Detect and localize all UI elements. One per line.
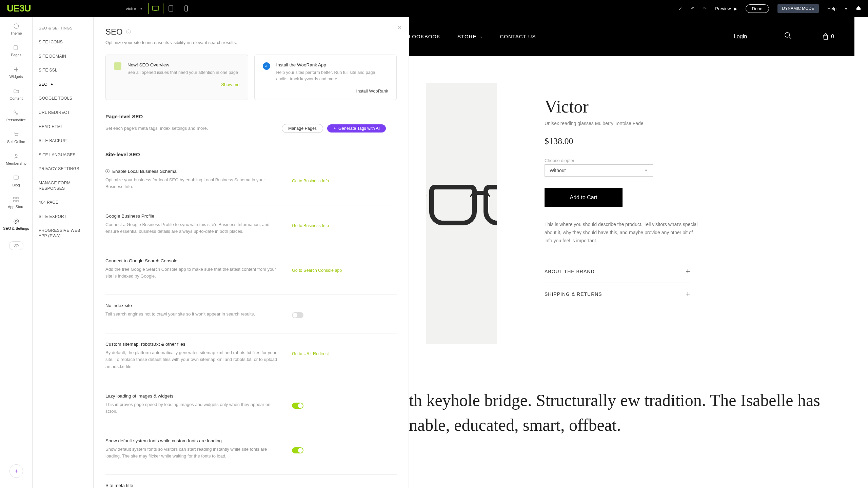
nav-head-html[interactable]: HEAD HTML	[33, 120, 93, 134]
page-selector[interactable]: victor ▼	[126, 6, 148, 11]
noindex-toggle[interactable]	[292, 312, 303, 318]
go-business-info-link[interactable]: Go to Business Info	[292, 179, 329, 183]
apps-icon	[13, 197, 19, 203]
rail-label: Pages	[11, 53, 21, 57]
nav-label: SEO	[39, 82, 47, 87]
lazy-toggle[interactable]	[292, 403, 303, 409]
sparkle-icon: ✦	[333, 126, 336, 130]
generate-tags-ai-button[interactable]: ✦Generate Tags with AI	[327, 124, 386, 133]
rail-sell-online[interactable]: Sell Online	[7, 131, 25, 144]
ai-fab-button[interactable]: ✦	[9, 464, 23, 478]
nav-site-domain[interactable]: SITE DOMAIN	[33, 49, 93, 64]
sparkle-icon: ✦	[14, 468, 19, 474]
chevron-down-icon: ▼	[140, 7, 143, 11]
cart-button[interactable]: 0	[822, 33, 834, 40]
svg-rect-5	[14, 45, 17, 50]
info-icon[interactable]: ?	[126, 29, 131, 34]
redo-icon[interactable]: ↷	[703, 6, 707, 11]
nav-privacy[interactable]: PRIVACY SETTINGS	[33, 162, 93, 176]
eye-icon	[14, 244, 19, 247]
svg-rect-15	[14, 200, 15, 202]
play-icon: ▶	[734, 6, 737, 11]
svg-rect-3	[185, 6, 188, 11]
go-business-info-link-2[interactable]: Go to Business Info	[292, 223, 329, 228]
nav-seo[interactable]: SEO✦	[33, 78, 93, 92]
svg-point-11	[15, 154, 17, 156]
dynamic-mode-badge[interactable]: DYNAMIC MODE	[777, 4, 819, 13]
rail-pages[interactable]: Pages	[11, 45, 21, 57]
rail-content[interactable]: Content	[9, 88, 23, 100]
show-me-link[interactable]: Show me	[221, 82, 239, 87]
fonts-title: Show default system fonts while custom f…	[105, 438, 397, 443]
nav-site-icons[interactable]: SITE ICONS	[33, 35, 93, 49]
check-icon[interactable]: ✓	[678, 6, 682, 11]
nav-google-tools[interactable]: GOOGLE TOOLS	[33, 92, 93, 106]
manage-pages-button[interactable]: Manage Pages	[282, 124, 323, 133]
device-desktop-button[interactable]	[148, 3, 163, 14]
go-url-redirect-link[interactable]: Go to URL Redirect	[292, 351, 329, 356]
done-button[interactable]: Done	[746, 4, 769, 13]
nav-404[interactable]: 404 PAGE	[33, 196, 93, 210]
nav-site-ssl[interactable]: SITE SSL	[33, 63, 93, 78]
install-woorank-link[interactable]: Install WooRank	[356, 88, 388, 94]
logo: UE3U	[7, 3, 31, 14]
sitemap-desc: By default, the platform automatically g…	[105, 349, 282, 370]
plus-icon: +	[686, 290, 690, 299]
acc-label: SHIPPING & RETURNS	[545, 291, 602, 297]
accordion-about-brand[interactable]: ABOUT THE BRAND+	[545, 260, 690, 283]
nav-store[interactable]: STORE⌄	[457, 34, 483, 39]
nav-form-responses[interactable]: MANAGE FORM RESPONSES	[33, 176, 93, 196]
add-to-cart-button[interactable]: Add to Cart	[545, 188, 623, 207]
nav-lookbook[interactable]: LOOKBOOK	[409, 34, 440, 39]
nav-url-redirect[interactable]: URL REDIRECT	[33, 106, 93, 120]
nav-pwa[interactable]: PROGRESSIVE WEB APP (PWA)	[33, 224, 93, 243]
gsc-title: Connect to Google Search Console	[105, 258, 397, 263]
noindex-desc: Tell search engines not to crawl your si…	[105, 311, 282, 318]
plus-icon	[13, 66, 19, 73]
nav-site-languages[interactable]: SITE LANGUAGES	[33, 148, 93, 162]
page-level-heading: Page-level SEO	[105, 114, 397, 119]
user-icon	[13, 153, 19, 159]
undo-icon[interactable]: ↶	[691, 6, 694, 11]
svg-point-8	[14, 111, 15, 112]
rail-label: Personalize	[6, 118, 26, 122]
svg-rect-0	[153, 6, 159, 10]
svg-point-17	[15, 220, 17, 222]
rail-theme[interactable]: Theme	[10, 23, 22, 35]
meta-title-title: Site meta title	[105, 483, 397, 488]
help-link[interactable]: Help	[827, 6, 836, 11]
rail-widgets[interactable]: Widgets	[9, 66, 23, 79]
product-image	[426, 83, 497, 344]
rail-membership[interactable]: Membership	[6, 153, 26, 165]
visibility-toggle[interactable]	[9, 241, 23, 250]
cart-icon	[13, 131, 19, 138]
tablet-icon	[169, 5, 173, 12]
nav-contact[interactable]: CONTACT US	[500, 34, 536, 39]
rail-seo-settings[interactable]: SEO & Settings	[3, 218, 29, 230]
chevron-down-icon: ⌄	[480, 35, 483, 38]
rail-personalize[interactable]: Personalize	[6, 110, 26, 122]
rail-app-store[interactable]: App Store	[8, 197, 24, 209]
login-link[interactable]: Login	[734, 34, 747, 40]
chevron-down-icon[interactable]: ▾	[845, 6, 847, 11]
search-icon[interactable]	[784, 32, 792, 41]
lazy-title: Lazy loading of images & widgets	[105, 393, 397, 399]
fonts-toggle[interactable]	[292, 447, 303, 453]
diopter-select[interactable]: Without▼	[545, 164, 653, 177]
device-mobile-button[interactable]	[179, 3, 194, 14]
folder-icon	[13, 88, 19, 94]
home-icon[interactable]	[856, 5, 861, 12]
lazy-desc: This improves page speed by loading imag…	[105, 401, 282, 415]
go-search-console-link[interactable]: Go to Search Console app	[292, 268, 342, 273]
preview-button[interactable]: Preview ▶	[715, 6, 737, 11]
nav-site-backup[interactable]: SITE BACKUP	[33, 134, 93, 148]
accordion-shipping[interactable]: SHIPPING & RETURNS+	[545, 283, 690, 305]
nav-site-export[interactable]: SITE EXPORT	[33, 210, 93, 224]
rail-blog[interactable]: Blog	[12, 175, 20, 187]
diopter-label: Choose diopter	[545, 158, 701, 163]
chat-icon	[13, 175, 19, 181]
device-tablet-button[interactable]	[163, 3, 179, 14]
sitemap-title: Custom sitemap, robots.txt & other files	[105, 342, 397, 347]
close-icon[interactable]: ✕	[397, 24, 402, 31]
svg-rect-16	[17, 200, 18, 202]
